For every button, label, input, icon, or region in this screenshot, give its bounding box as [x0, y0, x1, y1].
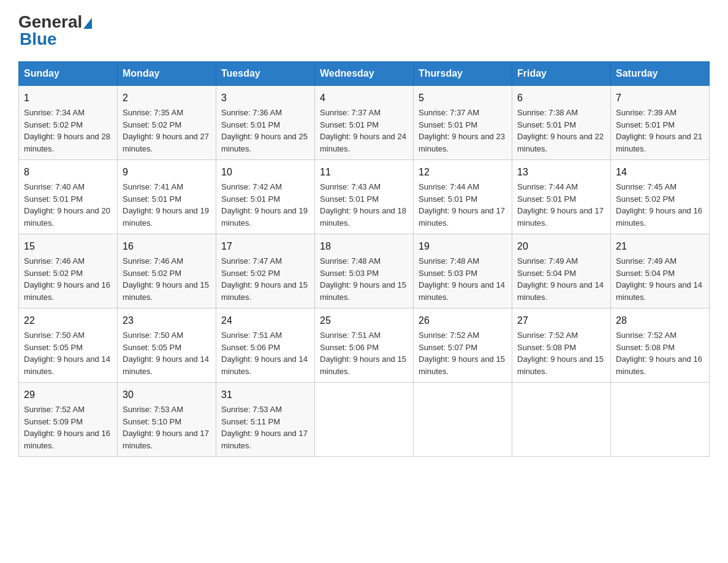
calendar-cell: 8Sunrise: 7:40 AMSunset: 5:01 PMDaylight…: [19, 160, 118, 234]
calendar-cell: 17Sunrise: 7:47 AMSunset: 5:02 PMDayligh…: [216, 234, 315, 308]
day-number: 19: [419, 239, 507, 254]
calendar-week-row: 8Sunrise: 7:40 AMSunset: 5:01 PMDaylight…: [19, 160, 710, 234]
day-number: 13: [517, 165, 605, 180]
day-number: 9: [123, 165, 211, 180]
calendar-cell: 6Sunrise: 7:38 AMSunset: 5:01 PMDaylight…: [512, 86, 611, 160]
day-info: Sunrise: 7:48 AMSunset: 5:03 PMDaylight:…: [419, 255, 507, 303]
day-number: 18: [320, 239, 408, 254]
calendar-cell: [512, 383, 611, 457]
calendar-cell: 22Sunrise: 7:50 AMSunset: 5:05 PMDayligh…: [19, 308, 118, 383]
weekday-header-thursday: Thursday: [414, 62, 512, 86]
calendar-body: 1Sunrise: 7:34 AMSunset: 5:02 PMDaylight…: [19, 86, 710, 457]
day-number: 5: [419, 91, 507, 105]
day-info: Sunrise: 7:37 AMSunset: 5:01 PMDaylight:…: [320, 107, 408, 155]
day-number: 10: [221, 165, 309, 180]
calendar-cell: 15Sunrise: 7:46 AMSunset: 5:02 PMDayligh…: [19, 234, 118, 308]
day-number: 1: [24, 91, 112, 105]
calendar-cell: 4Sunrise: 7:37 AMSunset: 5:01 PMDaylight…: [315, 86, 414, 160]
day-number: 20: [517, 239, 605, 254]
calendar-cell: 16Sunrise: 7:46 AMSunset: 5:02 PMDayligh…: [118, 234, 216, 308]
calendar-cell: 27Sunrise: 7:52 AMSunset: 5:08 PMDayligh…: [512, 308, 611, 383]
day-number: 21: [616, 239, 704, 254]
day-number: 11: [320, 165, 408, 180]
logo-triangle-icon: [83, 18, 92, 29]
calendar-cell: 3Sunrise: 7:36 AMSunset: 5:01 PMDaylight…: [216, 86, 315, 160]
calendar-cell: 12Sunrise: 7:44 AMSunset: 5:01 PMDayligh…: [414, 160, 512, 234]
day-info: Sunrise: 7:52 AMSunset: 5:09 PMDaylight:…: [24, 404, 112, 451]
day-number: 29: [24, 388, 112, 402]
day-number: 24: [221, 313, 309, 328]
calendar-cell: 24Sunrise: 7:51 AMSunset: 5:06 PMDayligh…: [216, 308, 315, 383]
day-number: 22: [24, 313, 112, 328]
calendar-cell: 19Sunrise: 7:48 AMSunset: 5:03 PMDayligh…: [414, 234, 512, 308]
day-number: 30: [123, 388, 211, 402]
weekday-header-sunday: Sunday: [19, 62, 118, 86]
day-info: Sunrise: 7:50 AMSunset: 5:05 PMDaylight:…: [24, 329, 112, 377]
day-info: Sunrise: 7:34 AMSunset: 5:02 PMDaylight:…: [24, 107, 112, 155]
day-info: Sunrise: 7:52 AMSunset: 5:07 PMDaylight:…: [419, 329, 507, 377]
weekday-header-monday: Monday: [118, 62, 216, 86]
day-info: Sunrise: 7:44 AMSunset: 5:01 PMDaylight:…: [517, 181, 605, 229]
logo-blue-text: Blue: [20, 29, 57, 49]
calendar-cell: 18Sunrise: 7:48 AMSunset: 5:03 PMDayligh…: [315, 234, 414, 308]
day-number: 16: [123, 239, 211, 254]
calendar-cell: 1Sunrise: 7:34 AMSunset: 5:02 PMDaylight…: [19, 86, 118, 160]
calendar-week-row: 29Sunrise: 7:52 AMSunset: 5:09 PMDayligh…: [19, 383, 710, 457]
weekday-header-friday: Friday: [512, 62, 611, 86]
calendar-cell: 13Sunrise: 7:44 AMSunset: 5:01 PMDayligh…: [512, 160, 611, 234]
calendar-cell: 20Sunrise: 7:49 AMSunset: 5:04 PMDayligh…: [512, 234, 611, 308]
day-info: Sunrise: 7:42 AMSunset: 5:01 PMDaylight:…: [221, 181, 309, 229]
calendar-week-row: 22Sunrise: 7:50 AMSunset: 5:05 PMDayligh…: [19, 308, 710, 383]
day-info: Sunrise: 7:35 AMSunset: 5:02 PMDaylight:…: [123, 107, 211, 155]
calendar-cell: 29Sunrise: 7:52 AMSunset: 5:09 PMDayligh…: [19, 383, 118, 457]
day-number: 14: [616, 165, 704, 180]
day-info: Sunrise: 7:43 AMSunset: 5:01 PMDaylight:…: [320, 181, 408, 229]
day-info: Sunrise: 7:53 AMSunset: 5:11 PMDaylight:…: [221, 404, 309, 451]
day-info: Sunrise: 7:51 AMSunset: 5:06 PMDaylight:…: [221, 329, 309, 377]
calendar-cell: [611, 383, 710, 457]
day-number: 15: [24, 239, 112, 254]
calendar-cell: [315, 383, 414, 457]
day-info: Sunrise: 7:39 AMSunset: 5:01 PMDaylight:…: [616, 107, 704, 155]
day-info: Sunrise: 7:41 AMSunset: 5:01 PMDaylight:…: [123, 181, 211, 229]
day-number: 3: [221, 91, 309, 105]
calendar-cell: 25Sunrise: 7:51 AMSunset: 5:06 PMDayligh…: [315, 308, 414, 383]
day-info: Sunrise: 7:40 AMSunset: 5:01 PMDaylight:…: [24, 181, 112, 229]
day-number: 25: [320, 313, 408, 328]
day-number: 23: [123, 313, 211, 328]
day-info: Sunrise: 7:46 AMSunset: 5:02 PMDaylight:…: [24, 255, 112, 303]
day-number: 7: [616, 91, 704, 105]
day-info: Sunrise: 7:45 AMSunset: 5:02 PMDaylight:…: [616, 181, 704, 229]
day-info: Sunrise: 7:37 AMSunset: 5:01 PMDaylight:…: [419, 107, 507, 155]
weekday-header-saturday: Saturday: [611, 62, 710, 86]
day-number: 2: [123, 91, 211, 105]
day-info: Sunrise: 7:38 AMSunset: 5:01 PMDaylight:…: [517, 107, 605, 155]
day-info: Sunrise: 7:49 AMSunset: 5:04 PMDaylight:…: [616, 255, 704, 303]
day-number: 17: [221, 239, 309, 254]
calendar-cell: 9Sunrise: 7:41 AMSunset: 5:01 PMDaylight…: [118, 160, 216, 234]
calendar-cell: 30Sunrise: 7:53 AMSunset: 5:10 PMDayligh…: [118, 383, 216, 457]
calendar-cell: 11Sunrise: 7:43 AMSunset: 5:01 PMDayligh…: [315, 160, 414, 234]
day-info: Sunrise: 7:47 AMSunset: 5:02 PMDaylight:…: [221, 255, 309, 303]
day-info: Sunrise: 7:36 AMSunset: 5:01 PMDaylight:…: [221, 107, 309, 155]
weekday-header-tuesday: Tuesday: [216, 62, 315, 86]
day-info: Sunrise: 7:48 AMSunset: 5:03 PMDaylight:…: [320, 255, 408, 303]
day-info: Sunrise: 7:51 AMSunset: 5:06 PMDaylight:…: [320, 329, 408, 377]
calendar-cell: 26Sunrise: 7:52 AMSunset: 5:07 PMDayligh…: [414, 308, 512, 383]
calendar-cell: 7Sunrise: 7:39 AMSunset: 5:01 PMDaylight…: [611, 86, 710, 160]
calendar-table: SundayMondayTuesdayWednesdayThursdayFrid…: [18, 61, 710, 457]
calendar-week-row: 1Sunrise: 7:34 AMSunset: 5:02 PMDaylight…: [19, 86, 710, 160]
day-number: 26: [419, 313, 507, 328]
day-info: Sunrise: 7:53 AMSunset: 5:10 PMDaylight:…: [123, 404, 211, 451]
day-number: 4: [320, 91, 408, 105]
day-info: Sunrise: 7:46 AMSunset: 5:02 PMDaylight:…: [123, 255, 211, 303]
day-info: Sunrise: 7:52 AMSunset: 5:08 PMDaylight:…: [517, 329, 605, 377]
calendar-cell: 28Sunrise: 7:52 AMSunset: 5:08 PMDayligh…: [611, 308, 710, 383]
day-number: 27: [517, 313, 605, 328]
calendar-cell: 31Sunrise: 7:53 AMSunset: 5:11 PMDayligh…: [216, 383, 315, 457]
day-number: 12: [419, 165, 507, 180]
logo: General Blue: [18, 12, 92, 49]
weekday-header-row: SundayMondayTuesdayWednesdayThursdayFrid…: [19, 62, 710, 86]
calendar-cell: 14Sunrise: 7:45 AMSunset: 5:02 PMDayligh…: [611, 160, 710, 234]
day-info: Sunrise: 7:52 AMSunset: 5:08 PMDaylight:…: [616, 329, 704, 377]
